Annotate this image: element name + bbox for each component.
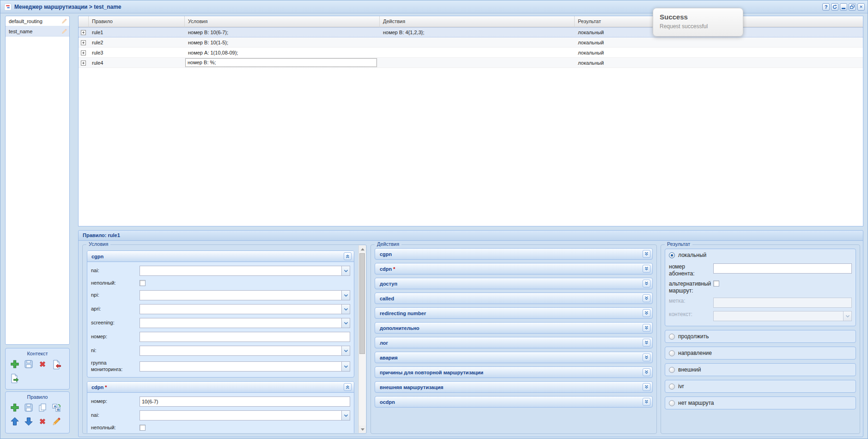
action-group-additional[interactable]: дополнительно (375, 322, 653, 334)
expand-button[interactable] (643, 265, 650, 273)
screening-combo[interactable] (140, 318, 350, 328)
action-group-access[interactable]: доступ (375, 278, 653, 289)
rename-rule-button[interactable]: AB (51, 402, 62, 413)
ni-combo[interactable] (140, 346, 350, 356)
result-option-no-route[interactable]: нет маршрута (665, 396, 856, 409)
delete-context-button[interactable] (37, 359, 48, 370)
expand-button[interactable] (643, 354, 650, 361)
table-row-rule2[interactable]: rule2 номер B: 10(1-5); локальный (79, 37, 863, 48)
red-cross-icon (37, 359, 48, 369)
double-chevron-up-icon (345, 254, 350, 259)
edit-pencil-icon[interactable] (61, 28, 67, 35)
refresh-button[interactable] (831, 3, 838, 11)
cdpn-group: cdpn * номер: nai: (87, 381, 354, 433)
cell-rule: rule4 (89, 60, 185, 66)
cell-conditions-editor[interactable]: номер B: %; (185, 58, 377, 67)
table-row-rule4[interactable]: rule4 номер B: %; локальный (79, 58, 863, 68)
npi-combo[interactable] (140, 290, 350, 300)
radio-no-route[interactable] (669, 400, 675, 406)
expand-row-icon[interactable] (81, 61, 86, 66)
cdpn-nai-combo[interactable] (140, 410, 350, 421)
export-context-button[interactable] (9, 372, 20, 384)
expand-button[interactable] (643, 309, 650, 317)
move-rule-down-button[interactable] (23, 416, 34, 427)
context-item-default-routing[interactable]: default_routing (6, 16, 69, 26)
radio-continue[interactable] (669, 334, 675, 340)
scroll-down-button[interactable] (359, 426, 366, 433)
scrollbar-thumb[interactable] (359, 253, 365, 354)
add-context-button[interactable] (9, 359, 20, 370)
expand-button[interactable] (643, 398, 650, 406)
radio-direction[interactable] (669, 350, 675, 356)
column-header-conditions[interactable]: Условия (185, 16, 380, 27)
expand-button[interactable] (643, 383, 650, 391)
minimize-icon (841, 4, 846, 10)
cdpn-group-header[interactable]: cdpn * (87, 382, 354, 393)
expand-button[interactable] (643, 250, 650, 258)
result-option-continue[interactable]: продолжить (665, 330, 856, 343)
nai-combo[interactable] (140, 266, 350, 276)
edit-pencil-icon[interactable] (61, 18, 67, 24)
cell-rule: rule2 (89, 40, 185, 45)
combo-trigger-icon (341, 362, 350, 371)
action-group-ocdpn[interactable]: ocdpn (375, 396, 653, 408)
context-item-test-name[interactable]: test_name (6, 26, 69, 37)
subscriber-number-input[interactable] (713, 263, 852, 274)
cdpn-number-input[interactable] (140, 396, 350, 407)
scroll-up-button[interactable] (359, 245, 366, 253)
table-row-rule3[interactable]: rule3 номер A: 1(10,08-09); локальный (79, 48, 863, 58)
action-group-rerouting-reasons[interactable]: причины для повторной маршрутизации (375, 366, 653, 378)
required-mark: * (105, 384, 107, 390)
apri-combo[interactable] (140, 304, 350, 314)
result-option-external[interactable]: внешний (665, 363, 856, 376)
radio-external[interactable] (669, 367, 675, 373)
help-button[interactable]: ? (822, 3, 830, 11)
action-group-external-routing[interactable]: внешняя маршрутизация (375, 381, 653, 393)
column-header-actions[interactable]: Действия (380, 16, 575, 27)
expand-row-icon[interactable] (81, 40, 86, 45)
import-context-button[interactable] (51, 359, 62, 370)
action-group-cgpn[interactable]: cgpn (375, 248, 653, 260)
expand-button[interactable] (643, 339, 650, 347)
expand-button[interactable] (643, 368, 650, 376)
edit-rule-button[interactable] (51, 416, 62, 427)
expand-button[interactable] (643, 294, 650, 302)
monitoring-group-combo[interactable] (140, 361, 350, 372)
result-option-direction[interactable]: направление (665, 347, 856, 360)
collapse-button[interactable] (344, 252, 352, 260)
cdpn-incomplete-checkbox[interactable] (140, 425, 146, 431)
action-group-alarm[interactable]: авария (375, 352, 653, 363)
context-list: default_routing test_name (5, 16, 70, 345)
expand-button[interactable] (643, 324, 650, 332)
save-rule-button[interactable] (23, 402, 34, 413)
copy-rule-button[interactable] (37, 402, 48, 413)
close-button[interactable]: ✕ (857, 3, 865, 11)
alt-route-checkbox[interactable] (713, 280, 719, 287)
cgpn-number-input[interactable] (140, 332, 350, 342)
expand-row-icon[interactable] (81, 30, 86, 35)
expand-button[interactable] (643, 280, 650, 287)
restore-button[interactable] (849, 3, 856, 11)
action-group-log[interactable]: лог (375, 337, 653, 348)
add-rule-button[interactable] (9, 402, 20, 413)
save-context-button[interactable] (23, 359, 34, 370)
expand-row-icon[interactable] (81, 50, 86, 55)
action-group-redirecting-number[interactable]: redirecting number (375, 307, 653, 319)
minimize-button[interactable] (840, 3, 847, 11)
action-group-cdpn[interactable]: cdpn* (375, 263, 653, 274)
incomplete-checkbox[interactable] (140, 280, 146, 286)
delete-rule-button[interactable] (37, 416, 48, 427)
plus-icon (10, 402, 20, 413)
move-rule-up-button[interactable] (9, 416, 20, 427)
table-row-rule1[interactable]: rule1 номер B: 10(6-7); номер B: 4{1,2,3… (79, 27, 863, 37)
actions-fieldset: Действия cgpn cdpn* доступ called redire… (370, 244, 657, 434)
radio-local[interactable] (669, 252, 675, 258)
rules-table-header: Правило Условия Действия Результат (79, 16, 863, 27)
result-option-ivr[interactable]: ivr (665, 380, 856, 393)
double-chevron-down-icon (644, 399, 649, 404)
collapse-button[interactable] (344, 383, 352, 391)
cgpn-group-header[interactable]: cgpn (87, 251, 354, 262)
column-header-rule[interactable]: Правило (89, 16, 185, 27)
action-group-called[interactable]: called (375, 293, 653, 304)
radio-ivr[interactable] (669, 384, 675, 390)
